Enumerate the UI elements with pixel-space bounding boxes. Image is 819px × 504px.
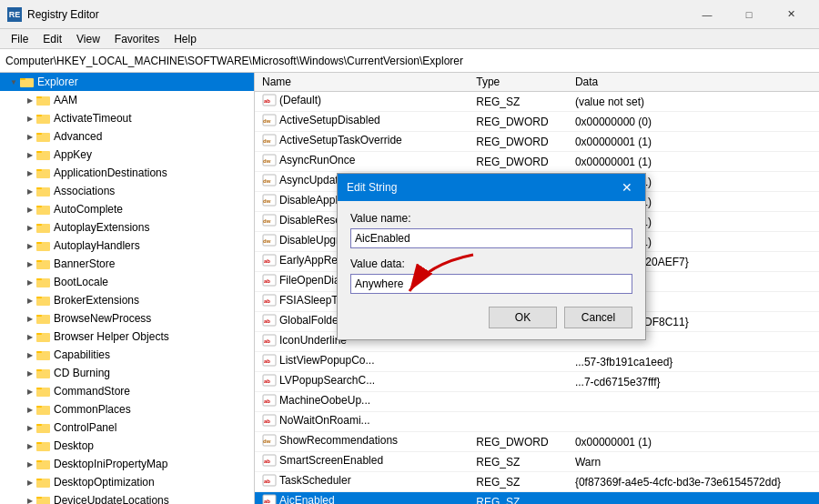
table-row[interactable]: ab LVPopupSearchC... ...7-cd6715e37fff}	[255, 372, 819, 392]
expand-icon: ▶	[24, 239, 36, 252]
expand-icon: ▶	[24, 330, 36, 343]
svg-text:ab: ab	[264, 459, 270, 464]
folder-icon	[36, 294, 51, 307]
svg-rect-31	[36, 351, 42, 353]
tree-item-cdburning[interactable]: ▶ CD Burning	[0, 364, 254, 382]
table-row[interactable]: ab SmartScreenEnabled REG_SZ Warn	[255, 452, 819, 472]
tree-item-autoplayhand[interactable]: ▶ AutoplayHandlers	[0, 237, 254, 255]
table-row[interactable]: dw ShowRecommendations REG_DWORD 0x00000…	[255, 432, 819, 452]
row-data: {0f87369f-a4e5-4cfc-bd3e-73e6154572dd}	[568, 472, 819, 492]
tree-item-autoplayext[interactable]: ▶ AutoplayExtensions	[0, 218, 254, 237]
row-data	[568, 412, 819, 432]
svg-rect-25	[36, 297, 42, 298]
svg-rect-7	[36, 133, 42, 135]
row-data	[568, 392, 819, 412]
expand-icon: ▶	[24, 148, 36, 161]
svg-rect-43	[36, 460, 42, 462]
cancel-button[interactable]: Cancel	[564, 307, 632, 328]
tree-item-desktop[interactable]: ▶ Desktop	[0, 437, 254, 455]
tree-item-label: DesktopOptimization	[54, 476, 155, 489]
tree-item-bannerstore[interactable]: ▶ BannerStore	[0, 255, 254, 273]
svg-rect-19	[36, 242, 42, 244]
tree-item-aam[interactable]: ▶ AAM	[0, 91, 254, 109]
tree-item-controlpanel[interactable]: ▶ ControlPanel	[0, 418, 254, 437]
tree-item-activatetimeout[interactable]: ▶ ActivateTimeout	[0, 109, 254, 127]
tree-item-commandstore[interactable]: ▶ CommandStore	[0, 382, 254, 400]
minimize-button[interactable]: —	[686, 0, 728, 29]
table-row[interactable]: ab MachineOobeUp...	[255, 392, 819, 412]
menu-help[interactable]: Help	[167, 31, 204, 47]
svg-rect-27	[36, 315, 42, 317]
close-button[interactable]: ✕	[770, 0, 812, 29]
menu-file[interactable]: File	[4, 31, 35, 47]
app-icon: RE	[7, 7, 22, 22]
table-row[interactable]: ab ListViewPopupCo... ...57-3fb191ca1eed…	[255, 352, 819, 372]
address-bar: Computer\HKEY_LOCAL_MACHINE\SOFTWARE\Mic…	[0, 49, 819, 73]
table-row[interactable]: dw AsyncRunOnce REG_DWORD 0x00000001 (1)	[255, 152, 819, 172]
folder-icon	[36, 348, 51, 361]
table-row[interactable]: ab (Default) REG_SZ (value not set)	[255, 92, 819, 112]
expand-icon: ▶	[24, 476, 36, 489]
folder-icon	[36, 458, 51, 470]
tree-item-desktopini[interactable]: ▶ DesktopIniPropertyMap	[0, 455, 254, 473]
tree-item-label: ActivateTimeout	[54, 112, 132, 125]
table-row[interactable]: ab NoWaitOnRoami...	[255, 412, 819, 432]
row-type: REG_SZ	[469, 452, 568, 472]
svg-text:ab: ab	[264, 358, 270, 364]
svg-rect-9	[36, 151, 42, 153]
value-data-input[interactable]	[350, 274, 632, 294]
col-type: Type	[469, 73, 568, 92]
row-type: REG_SZ	[469, 92, 568, 112]
tree-item-commonplaces[interactable]: ▶ CommonPlaces	[0, 400, 254, 418]
svg-text:dw: dw	[263, 238, 271, 244]
menu-view[interactable]: View	[69, 31, 107, 47]
ok-button[interactable]: OK	[489, 307, 557, 328]
menu-edit[interactable]: Edit	[35, 31, 69, 47]
svg-rect-47	[36, 497, 42, 499]
tree-item-label: Explorer	[37, 76, 78, 88]
folder-icon	[36, 421, 51, 434]
table-row[interactable]: ab AicEnabled REG_SZ	[255, 492, 819, 505]
tree-item-browserhelper[interactable]: ▶ Browser Helper Objects	[0, 328, 254, 346]
expand-icon: ▶	[24, 257, 36, 270]
tree-item-associations[interactable]: ▶ Associations	[0, 182, 254, 200]
tree-item-explorer[interactable]: ▼ Explorer	[0, 73, 254, 91]
table-row[interactable]: dw ActiveSetupDisabled REG_DWORD 0x00000…	[255, 112, 819, 132]
tree-item-label: DeviceUpdateLocations	[54, 494, 169, 504]
folder-icon	[36, 312, 51, 325]
row-data: ...7-cd6715e37fff}	[568, 372, 819, 392]
table-row[interactable]: ab TaskScheduler REG_SZ {0f87369f-a4e5-4…	[255, 472, 819, 492]
tree-item-autocomplete[interactable]: ▶ AutoComplete	[0, 200, 254, 218]
tree-item-advanced[interactable]: ▶ Advanced	[0, 127, 254, 146]
expand-icon: ▶	[24, 203, 36, 216]
row-name: ab NoWaitOnRoami...	[255, 412, 469, 432]
tree-item-bootlocale[interactable]: ▶ BootLocale	[0, 273, 254, 291]
tree-item-desktopopt[interactable]: ▶ DesktopOptimization	[0, 473, 254, 491]
table-row[interactable]: dw ActiveSetupTaskOverride REG_DWORD 0x0…	[255, 132, 819, 152]
tree-item-appkey[interactable]: ▶ AppKey	[0, 146, 254, 164]
folder-icon	[36, 439, 51, 452]
tree-item-label: Associations	[54, 185, 115, 197]
window-title: Registry Editor	[27, 8, 686, 21]
svg-rect-41	[36, 442, 42, 444]
folder-icon	[36, 130, 51, 143]
expand-icon: ▶	[24, 385, 36, 398]
expand-icon: ▶	[24, 166, 36, 179]
row-name: ab LVPopupSearchC...	[255, 372, 469, 392]
tree-item-deviceupdate[interactable]: ▶ DeviceUpdateLocations	[0, 491, 254, 504]
tree-item-capabilities[interactable]: ▶ Capabilities	[0, 346, 254, 364]
tree-item-appdest[interactable]: ▶ ApplicationDestinations	[0, 164, 254, 182]
svg-text:ab: ab	[264, 298, 270, 304]
expand-icon: ▶	[24, 421, 36, 434]
maximize-button[interactable]: □	[728, 0, 770, 29]
row-name: dw ActiveSetupTaskOverride	[255, 132, 469, 152]
menu-favorites[interactable]: Favorites	[107, 31, 167, 47]
tree-item-label: Advanced	[54, 130, 102, 143]
svg-text:dw: dw	[263, 138, 271, 144]
tree-item-brokerext[interactable]: ▶ BrokerExtensions	[0, 291, 254, 309]
dialog-close-button[interactable]: ✕	[618, 178, 636, 197]
row-type: REG_SZ	[469, 492, 568, 505]
tree-item-browsenewproc[interactable]: ▶ BrowseNewProcess	[0, 309, 254, 328]
svg-text:ab: ab	[264, 278, 270, 284]
value-name-input[interactable]	[350, 228, 632, 248]
